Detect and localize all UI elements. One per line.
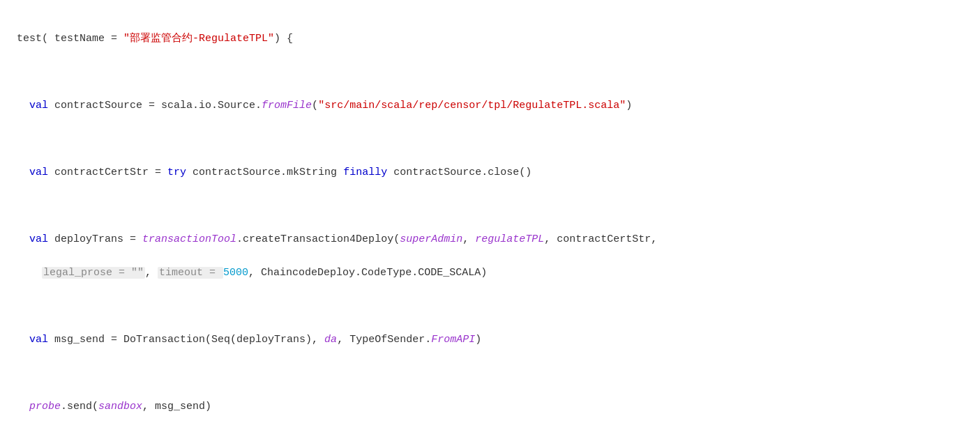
code-editor: test( testName = "部署监管合约-RegulateTPL") {… xyxy=(17,14,963,432)
line-10: val msg_send = DoTransaction(Seq(deployT… xyxy=(17,334,481,346)
line-8: legal_prose = "", timeout = 5000, Chainc… xyxy=(17,267,487,279)
line-12: probe.send(sandbox, msg_send) xyxy=(17,401,211,412)
line-7: val deployTrans = transactionTool.create… xyxy=(17,233,657,245)
line-3: val contractSource = scala.io.Source.fro… xyxy=(17,100,632,111)
line-1: test( testName = "部署监管合约-RegulateTPL") { xyxy=(17,33,293,45)
line-5: val contractCertStr = try contractSource… xyxy=(17,167,532,178)
